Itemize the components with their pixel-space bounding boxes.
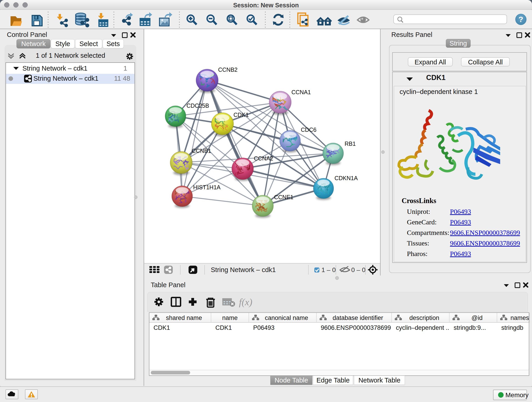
svg-text:CDKN1A: CDKN1A — [335, 175, 358, 181]
svg-text:CCNE1: CCNE1 — [274, 194, 293, 200]
svg-text:f(x): f(x) — [239, 297, 252, 307]
svg-text:HIST1H1A: HIST1H1A — [193, 184, 221, 191]
svg-text:1 – 0: 1 – 0 — [322, 266, 336, 274]
svg-text:RB1: RB1 — [345, 140, 356, 147]
svg-text:String Network – cdk1: String Network – cdk1 — [211, 266, 276, 274]
svg-text:CDC25B: CDC25B — [186, 102, 209, 109]
svg-text:CCNB2: CCNB2 — [218, 66, 238, 73]
svg-text:CDK1: CDK1 — [234, 112, 249, 118]
svg-text:0 – 0: 0 – 0 — [351, 266, 365, 274]
svg-text:CCNA2: CCNA2 — [254, 155, 273, 162]
svg-text:CCNA1: CCNA1 — [291, 89, 311, 95]
svg-text:CDC6: CDC6 — [301, 127, 317, 133]
svg-text:CCNB1: CCNB1 — [192, 148, 211, 154]
